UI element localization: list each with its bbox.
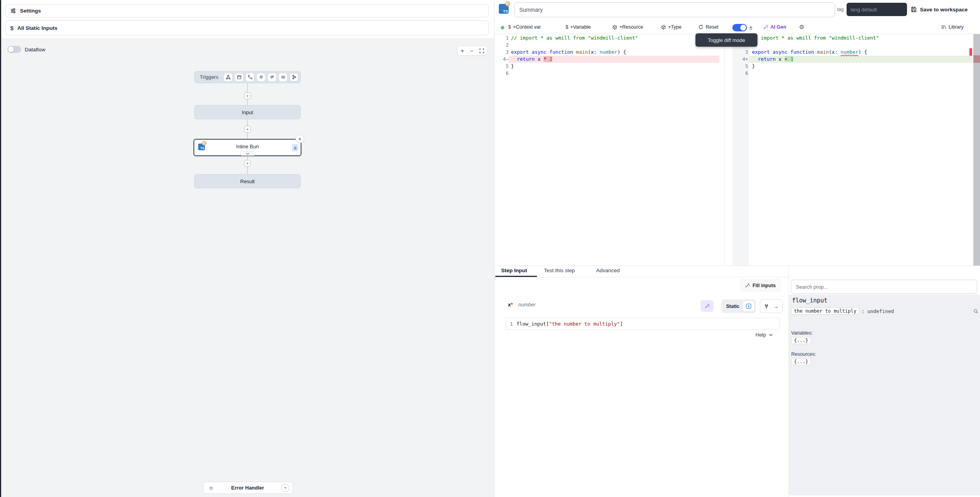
resources-object-badge[interactable]: {...} [791,358,811,365]
step-node-label: Inline Bun [193,144,301,149]
gear-icon[interactable]: ⚙ [799,24,804,31]
tab-step-input[interactable]: Step Input [501,268,527,273]
zoom-out-icon[interactable]: − [470,48,474,54]
line-number: 6 [733,70,748,77]
code-line-modified[interactable]: } [752,63,755,70]
code-line-original[interactable]: // import * as wmill from "windmill-clie… [511,35,638,42]
line-number: 6 [496,70,509,77]
panel-divider [494,0,495,497]
dollar-icon: $ [508,24,511,30]
js-expression-icon [746,303,752,309]
prop-description-badge: the number to multiply [791,308,859,315]
fit-view-icon[interactable] [479,48,484,53]
reset-button[interactable]: Reset [698,24,719,30]
tag-input[interactable] [847,3,907,16]
zoom-in-icon[interactable]: + [460,47,464,54]
all-static-inputs-button[interactable]: $ All Static Inputs [5,20,489,35]
add-resource-button[interactable]: +Resource [612,24,643,30]
props-panel-background [789,295,980,495]
schedule-trigger-icon[interactable] [235,73,243,82]
diff-plusminus-icon[interactable]: ± [749,24,752,31]
tag-label: tag [837,7,844,12]
input-node-label: Input [242,109,253,115]
code-line-original[interactable]: } [511,63,514,70]
prop-description-row: the number to multiply : undefined [791,308,894,315]
library-button[interactable]: Library [941,24,964,30]
fill-inputs-button[interactable]: Fill inputs [740,279,781,291]
variables-object-badge[interactable]: {...} [791,337,811,344]
add-context-var-button[interactable]: $ +Context var [508,24,541,30]
bug-icon [208,485,214,491]
help-button[interactable]: Help [756,332,773,338]
save-icon [911,6,917,13]
line-number: 3 [496,49,509,56]
postgres-trigger-icon[interactable] [268,73,276,82]
insert-step-button[interactable]: + [244,93,251,99]
variables-label: Variables: [791,330,813,336]
result-node[interactable]: Result [194,174,301,188]
input-node[interactable]: Input [194,105,301,119]
result-node-label: Result [240,178,255,184]
dollar-icon: $ [10,25,13,31]
add-type-button[interactable]: +Type [661,24,681,30]
line-number: 5 [496,63,509,70]
websocket-trigger-icon[interactable] [257,73,265,82]
line-number: 5 [733,63,748,70]
code-line-original[interactable]: return x * 2 [511,56,552,63]
dollar-icon: $ [566,24,568,30]
tab-test-this-step[interactable]: Test this step [544,268,575,273]
code-line-modified[interactable]: export async function main(x: number) { [752,49,867,56]
line-number: 4+ [733,56,748,63]
input-mode-segmented-control[interactable]: Static [721,299,756,313]
magic-wand-icon [763,24,768,30]
search-prop-input[interactable] [791,280,977,294]
code-line-original[interactable]: export async function main(x: number) { [511,49,626,56]
triggers-node[interactable]: Triggers ✉ [194,71,301,83]
http-route-trigger-icon[interactable] [246,73,254,82]
insert-step-button[interactable]: + [244,126,251,133]
webhook-trigger-icon[interactable] [224,73,232,82]
package-icon [661,25,666,30]
prop-name[interactable]: flow_input [792,297,827,304]
plug-icon [764,304,769,309]
kafka-trigger-icon[interactable] [290,73,298,82]
static-mode-label[interactable]: Static [726,304,739,309]
insert-step-button[interactable]: + [244,160,251,167]
expression-editor[interactable]: 1 flow_input["the number to multiply"] [506,318,780,330]
summary-input[interactable] [514,2,835,17]
code-line-modified[interactable]: // import * as wmill from "windmill-clie… [752,35,879,42]
email-trigger-icon[interactable]: ✉ [279,73,287,82]
diff-mode-toggle[interactable] [732,24,747,31]
connect-input-button[interactable]: → [760,299,783,313]
delete-step-button[interactable]: ✕ [296,135,304,143]
line-number: 3 [733,49,748,56]
settings-button[interactable]: Settings [5,4,489,17]
editor-scrollbar[interactable] [973,34,980,266]
error-handler-node[interactable]: Error Handler + [203,482,293,494]
expression-code[interactable]: flow_input["the number to multiply"] [516,321,623,327]
add-error-handler-button[interactable]: + [281,484,289,492]
dataflow-label: Dataflow [25,47,46,53]
code-line-modified[interactable]: return x + 1 [752,56,793,63]
scrollbar-diff-mark [973,55,980,63]
save-label: Save to workspace [920,7,968,13]
toggle-knob [8,47,14,52]
argument-type: number [518,302,536,308]
diff-pane-divider[interactable] [725,34,725,266]
ai-gen-button[interactable]: AI Gen [763,24,786,30]
overview-ruler-error-mark [969,48,972,56]
search-icon[interactable] [973,309,978,314]
package-icon [612,25,617,30]
line-number: 1 [506,321,516,327]
settings-label: Settings [20,8,41,14]
tab-advanced[interactable]: Advanced [596,268,620,273]
add-variable-button[interactable]: $ +Variable [566,24,591,30]
prop-value: : undefined [861,308,894,314]
collapse-step-button[interactable] [240,151,255,156]
dataflow-toggle[interactable] [7,46,21,53]
expression-mode-segment[interactable] [743,300,755,312]
ai-fill-button[interactable] [701,300,714,312]
error-handler-label: Error Handler [214,485,281,491]
triggers-label: Triggers [200,74,218,80]
save-to-workspace-button[interactable]: Save to workspace [911,4,968,15]
